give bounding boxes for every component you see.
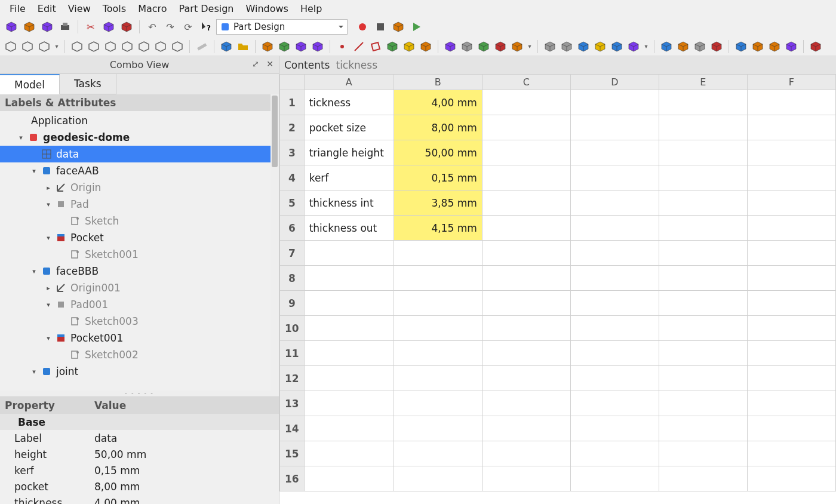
stop-icon[interactable] — [373, 19, 388, 35]
tree-item-joint[interactable]: ▾joint — [0, 363, 279, 380]
row-header[interactable]: 14 — [280, 416, 305, 441]
cell-C16[interactable] — [482, 466, 570, 491]
cell-B4[interactable]: 0,15 mm — [394, 165, 482, 190]
pocket-icon[interactable] — [543, 39, 557, 54]
expand-icon[interactable]: ⤢ — [250, 59, 261, 69]
multi-transform-icon[interactable] — [784, 39, 798, 54]
tree-item-sketch001[interactable]: Sketch001 — [0, 246, 279, 263]
play-icon[interactable] — [408, 19, 424, 35]
cell-F2[interactable] — [747, 115, 835, 140]
cell-E9[interactable] — [659, 291, 747, 316]
tree-item-origin[interactable]: ▸Origin — [0, 179, 279, 196]
tab-tasks[interactable]: Tasks — [60, 74, 116, 94]
cell-E2[interactable] — [659, 115, 747, 140]
cell-D9[interactable] — [570, 291, 659, 316]
clone-icon[interactable] — [419, 39, 433, 54]
tree-item-faceaab[interactable]: ▾faceAAB — [0, 162, 279, 179]
cell-D10[interactable] — [570, 316, 659, 341]
menu-windows[interactable]: Windows — [240, 2, 294, 16]
cell-B15[interactable] — [394, 441, 482, 466]
tree-item-pad001[interactable]: ▾Pad001 — [0, 296, 279, 313]
sweep-icon[interactable] — [493, 39, 508, 54]
row-header[interactable]: 2 — [280, 115, 305, 140]
cell-E11[interactable] — [659, 341, 747, 366]
cell-A6[interactable]: thickness out — [304, 216, 394, 241]
spreadsheet-grid[interactable]: ABCDEF 1tickness4,00 mm2pocket size8,00 … — [279, 74, 836, 491]
cell-F16[interactable] — [747, 466, 835, 491]
left-icon[interactable] — [170, 39, 185, 54]
cell-C1[interactable] — [482, 90, 570, 115]
hole-icon[interactable] — [560, 39, 574, 54]
cell-C10[interactable] — [482, 316, 570, 341]
row-header[interactable]: 13 — [280, 391, 305, 416]
cell-C4[interactable] — [482, 165, 570, 190]
menu-macro[interactable]: Macro — [132, 2, 173, 16]
property-value[interactable]: data — [90, 431, 279, 445]
tree-arrow-icon[interactable]: ▾ — [44, 234, 53, 242]
right-icon[interactable] — [120, 39, 134, 54]
cell-A4[interactable]: kerf — [304, 165, 394, 190]
measure-icon[interactable] — [195, 39, 209, 54]
cell-B11[interactable] — [394, 341, 482, 366]
cell-B1[interactable]: 4,00 mm — [394, 90, 482, 115]
row-header[interactable]: 16 — [280, 466, 305, 491]
cell-A2[interactable]: pocket size — [304, 115, 394, 140]
mirror-icon[interactable] — [734, 39, 748, 54]
undo-icon[interactable]: ↶ — [145, 19, 160, 35]
tree-item-facebbb[interactable]: ▾faceBBB — [0, 263, 279, 279]
loft-icon[interactable] — [477, 39, 491, 54]
paste-icon[interactable] — [119, 19, 134, 35]
redo-icon[interactable]: ↷ — [162, 19, 178, 35]
tree-arrow-icon[interactable]: ▾ — [17, 134, 25, 142]
cell-F6[interactable] — [747, 216, 835, 241]
cell-C7[interactable] — [482, 241, 570, 266]
property-row[interactable]: Labeldata — [0, 430, 279, 446]
boolean-icon[interactable] — [809, 39, 823, 54]
cell-F13[interactable] — [747, 391, 835, 416]
menu-file[interactable]: File — [4, 2, 32, 16]
cell-E5[interactable] — [659, 190, 747, 216]
cell-A8[interactable] — [304, 266, 394, 291]
groove-icon[interactable] — [576, 39, 591, 54]
part-icon[interactable] — [219, 39, 233, 54]
sketch-new-icon[interactable] — [311, 39, 325, 54]
revolve-icon[interactable] — [460, 39, 474, 54]
tab-model[interactable]: Model — [0, 74, 60, 94]
dropdown-arrow-icon[interactable]: ▾ — [643, 39, 649, 54]
row-header[interactable]: 12 — [280, 366, 305, 391]
cell-F15[interactable] — [747, 441, 835, 466]
draw-style-icon[interactable] — [37, 39, 51, 54]
cell-E7[interactable] — [659, 241, 747, 266]
workbench-selector[interactable]: Part Design — [216, 19, 348, 35]
row-header[interactable]: 3 — [280, 140, 305, 165]
cell-D12[interactable] — [570, 366, 659, 391]
cell-A10[interactable] — [304, 316, 394, 341]
cell-D7[interactable] — [570, 241, 659, 266]
sub-sweep-icon[interactable] — [610, 39, 624, 54]
property-row[interactable]: kerf0,15 mm — [0, 462, 279, 478]
row-header[interactable]: 8 — [280, 266, 305, 291]
cell-A7[interactable] — [304, 241, 394, 266]
cell-B16[interactable] — [394, 466, 482, 491]
property-value[interactable]: 8,00 mm — [90, 480, 279, 494]
cell-D14[interactable] — [570, 416, 659, 441]
tree-item-origin001[interactable]: ▸Origin001 — [0, 279, 279, 296]
col-header-E[interactable]: E — [659, 75, 747, 90]
menu-tools[interactable]: Tools — [97, 2, 132, 16]
tree-arrow-icon[interactable]: ▾ — [30, 268, 38, 275]
property-value[interactable]: 0,15 mm — [90, 463, 279, 478]
cell-D16[interactable] — [570, 466, 659, 491]
cell-E13[interactable] — [659, 391, 747, 416]
menu-view[interactable]: View — [62, 2, 97, 16]
record-icon[interactable] — [355, 19, 370, 35]
zoom-sel-icon[interactable] — [20, 39, 35, 54]
tree-view[interactable]: Labels & Attributes Application▾geodesic… — [0, 94, 279, 391]
corner-cell[interactable] — [280, 75, 305, 90]
dropdown-arrow-icon[interactable]: ▾ — [54, 39, 60, 54]
top-icon[interactable] — [103, 39, 118, 54]
cell-F11[interactable] — [747, 341, 835, 366]
additive-helix-icon[interactable] — [510, 39, 524, 54]
new-file-icon[interactable] — [4, 19, 19, 35]
col-header-F[interactable]: F — [747, 75, 835, 90]
shapebinder-icon[interactable] — [402, 39, 416, 54]
